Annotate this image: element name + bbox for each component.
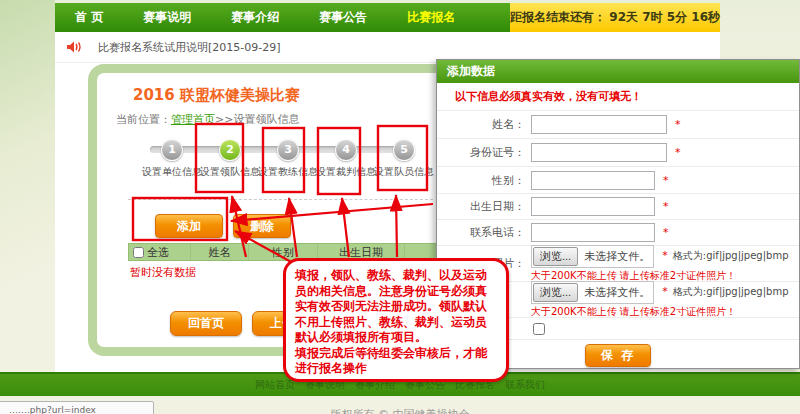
annotation-note-bubble: 填报，领队、教练、裁判、以及运动 员的相关信息。注意身份证号必须真 实有效否则无… [283, 258, 509, 382]
step-3-label: 设置教练信息 [256, 165, 320, 179]
gender-field[interactable] [531, 171, 655, 190]
step-5-player-info: 5 设置队员信息 [372, 139, 436, 179]
step-4-referee-info: 4 设置裁判信息 [314, 139, 378, 179]
field-row-phone: 联系电话： * [437, 220, 799, 246]
section-divider [128, 199, 433, 200]
phone-label: 联系电话： [437, 225, 525, 240]
step-3-coach-info: 3 设置教练信息 [256, 139, 320, 179]
countdown-label: 距报名结束还有： [510, 9, 606, 26]
page: { "nav": { "items": [ {"label": "首 页"}, … [0, 0, 800, 414]
nav-item-registration[interactable]: 比赛报名 [387, 9, 475, 26]
page-title: 2016 联盟杯健美操比赛 [133, 86, 300, 105]
no-file-text-2: 未选择文件。 [584, 285, 650, 300]
add-button[interactable]: 添加 [155, 214, 223, 238]
step-2-label: 设置领队信息 [198, 165, 262, 179]
breadcrumb: 当前位置：管理首页>>设置领队信息 [116, 112, 299, 127]
photo2-format-note: * 格式为:gif|jpg|jpeg|bmp [662, 285, 788, 299]
birthdate-label: 出生日期： [437, 199, 525, 214]
field-row-name: 姓名： * [437, 111, 799, 139]
countdown-value: 92天 7时 5分 16秒 [609, 9, 720, 26]
field-row-birthdate: 出生日期： * [437, 194, 799, 220]
name-label: 姓名： [437, 117, 525, 132]
modal-title: 添加数据 [437, 60, 799, 83]
nav-item-event-intro[interactable]: 赛事说明 [123, 9, 211, 26]
modal-notice: 以下信息必须真实有效，没有可填无！ [455, 89, 642, 104]
step-4-label: 设置裁判信息 [314, 165, 378, 179]
photo2-file-input: 浏览... 未选择文件。 [531, 281, 654, 304]
table-col-name: 姓名 [191, 244, 249, 260]
gender-label: 性别： [437, 173, 525, 188]
left-decor-strip [0, 0, 55, 372]
step-2-circle: 2 [219, 139, 241, 161]
nav-item-home[interactable]: 首 页 [55, 9, 123, 26]
select-all-checkbox[interactable] [133, 247, 144, 258]
modal-checkbox[interactable] [533, 323, 545, 335]
browse-button-2[interactable]: 浏览... [533, 283, 578, 302]
name-field[interactable] [531, 115, 667, 134]
field-row-gender: 性别： * [437, 167, 799, 194]
required-mark: * [663, 200, 669, 213]
announcement-link[interactable]: 比赛报名系统试用说明[2015-09-29] [98, 40, 281, 55]
nav-item-event-notice[interactable]: 赛事公告 [299, 9, 387, 26]
required-mark: * [675, 146, 681, 159]
breadcrumb-link-admin-home[interactable]: 管理首页 [171, 113, 215, 126]
id-number-field[interactable] [531, 143, 667, 162]
top-navbar: 首 页 赛事说明 赛事介绍 赛事公告 比赛报名 [55, 3, 510, 32]
speaker-icon [67, 38, 82, 57]
step-1-circle: 1 [161, 139, 183, 161]
birthdate-field[interactable] [531, 197, 655, 216]
copyright-text: 版权所有 © 中国健美操协会 [280, 407, 520, 414]
step-5-circle: 5 [393, 139, 415, 161]
id-number-label: 身份证号： [437, 145, 525, 160]
required-mark: * [675, 118, 681, 131]
back-home-button[interactable]: 回首页 [170, 311, 242, 336]
nav-item-event-about[interactable]: 赛事介绍 [211, 9, 299, 26]
save-button[interactable]: 保 存 [585, 344, 651, 367]
no-file-text: 未选择文件。 [584, 249, 650, 264]
breadcrumb-prefix: 当前位置： [116, 113, 171, 126]
table-header-select-all: 全选 [129, 244, 191, 260]
table-col-select-all: 全选 [147, 245, 169, 260]
photo2-size-note: 大于200K不能上传 请上传标准2寸证件照片！ [531, 305, 789, 319]
breadcrumb-current: >>设置领队信息 [215, 113, 299, 126]
step-3-circle: 3 [277, 139, 299, 161]
step-2-leader-info: 2 设置领队信息 [198, 139, 262, 179]
phone-field[interactable] [531, 223, 655, 242]
photo-file-input: 浏览... 未选择文件。 [531, 245, 654, 268]
step-1-label: 设置单位信息 [140, 165, 204, 179]
step-1-unit-info: 1 设置单位信息 [140, 139, 204, 179]
field-row-id-number: 身份证号： * [437, 139, 799, 167]
delete-button[interactable]: 删除 [233, 214, 291, 238]
photo-format-note: * 格式为:gif|jpg|jpeg|bmp [662, 249, 788, 263]
browser-status-bar: …….php?url=index [0, 401, 154, 414]
required-mark: * [663, 174, 669, 187]
required-mark: * [663, 226, 669, 239]
countdown-bar: 距报名结束还有： 92天 7时 5分 16秒 [510, 3, 720, 32]
step-4-circle: 4 [335, 139, 357, 161]
table-empty-text: 暂时没有数据 [130, 265, 196, 280]
modal-notice-row: 以下信息必须真实有效，没有可填无！ [437, 83, 799, 111]
browse-button[interactable]: 浏览... [533, 247, 578, 266]
step-5-label: 设置队员信息 [372, 165, 436, 179]
